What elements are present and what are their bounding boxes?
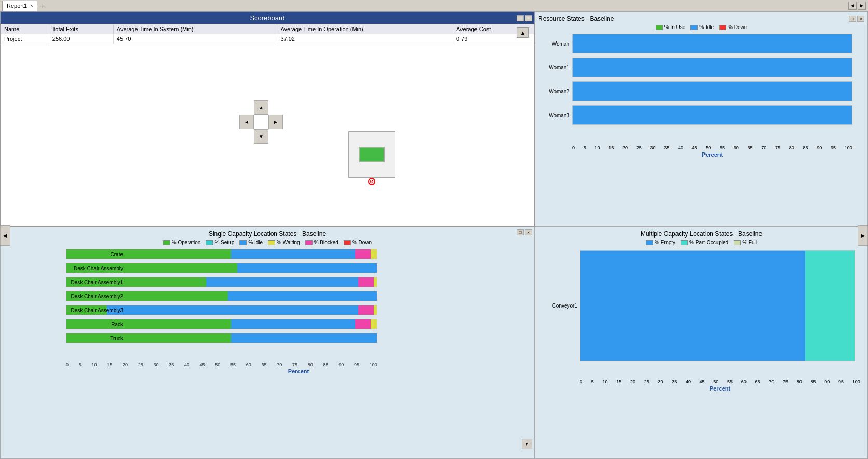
resource-bar-row: Woman xyxy=(572,33,864,54)
axis-label: 5 xyxy=(584,145,586,150)
bar-segment xyxy=(374,305,377,315)
legend-color-box xyxy=(656,25,663,30)
axis-label: 60 xyxy=(734,145,739,150)
legend-color-box xyxy=(690,25,698,30)
table-row: Project256.0045.7037.020.79 xyxy=(1,34,534,44)
right-panel: Resource States - Baseline □ × % In Use%… xyxy=(535,11,868,459)
tab-nav-right[interactable]: ► xyxy=(858,2,866,10)
mc-bars xyxy=(580,250,855,361)
axis-label: 20 xyxy=(630,379,635,384)
chart-bar-label: Truck xyxy=(66,336,126,341)
bar-segment xyxy=(231,249,355,259)
main-content: Scoreboard □ × ▲ Name Total Exits Averag… xyxy=(0,11,868,459)
axis-label: 75 xyxy=(292,362,297,367)
nav-right-button[interactable]: ► xyxy=(268,115,283,129)
axis-label: 10 xyxy=(594,145,600,150)
axis-label: 80 xyxy=(797,379,802,384)
scoreboard-minimize-button[interactable]: □ xyxy=(517,15,524,21)
scoreboard-close-button[interactable]: × xyxy=(525,15,532,21)
bar-segment xyxy=(355,249,371,259)
axis-label: 40 xyxy=(678,145,683,150)
axis-label: 25 xyxy=(636,145,642,150)
add-tab-button[interactable]: + xyxy=(39,2,44,10)
thumbnail-preview xyxy=(359,147,385,162)
nav-down-button[interactable]: ▼ xyxy=(254,129,268,144)
chart-bar-label: Desk Chair Assembly3 xyxy=(66,308,126,313)
legend-color-box xyxy=(206,240,213,245)
axis-label: 95 xyxy=(838,379,844,384)
nav-up-button[interactable]: ▲ xyxy=(254,100,268,115)
legend-color-box xyxy=(344,240,351,245)
axis-label: 25 xyxy=(138,362,143,367)
axis-label: 50 xyxy=(713,379,718,384)
legend-item: % In Use xyxy=(656,24,686,30)
legend-label: % Part Occupied xyxy=(689,240,728,245)
axis-label: 35 xyxy=(672,379,677,384)
tab-label: Report1 xyxy=(7,3,27,9)
axis-label: 100 xyxy=(845,145,852,150)
scroll-down-icon[interactable]: ▼ xyxy=(522,439,532,449)
bar-segment xyxy=(580,251,805,361)
scoreboard-scroll-up[interactable]: ▲ xyxy=(517,27,529,38)
resource-close-button[interactable]: × xyxy=(857,16,864,22)
legend-item: % Down xyxy=(344,240,372,245)
left-scroll-arrow[interactable]: ◄ xyxy=(0,225,10,246)
axis-label: 80 xyxy=(308,362,313,367)
legend-label: % Operation xyxy=(172,240,201,245)
axis-label: 90 xyxy=(817,145,822,150)
axis-label: 65 xyxy=(262,362,267,367)
legend-item: % Idle xyxy=(690,24,714,30)
axis-label: 45 xyxy=(700,379,705,384)
right-scroll-arrow[interactable]: ► xyxy=(858,225,868,246)
axis-label: 10 xyxy=(91,362,97,367)
chart-bar-label: Desk Chair Assembly xyxy=(66,266,126,271)
resource-bar-label: Woman2 xyxy=(538,89,569,94)
axis-label: 85 xyxy=(323,362,328,367)
resource-minimize-button[interactable]: □ xyxy=(849,16,856,22)
mc-legend: % Empty% Part Occupied% Full xyxy=(538,240,864,245)
tab-nav-left[interactable]: ◄ xyxy=(848,2,857,10)
legend-label: % Down xyxy=(352,240,372,245)
axis-label: 70 xyxy=(769,379,774,384)
resource-axis: 0510152025303540455055606570758085909510… xyxy=(572,145,852,150)
axis-label: 70 xyxy=(277,362,282,367)
legend-label: % Blocked xyxy=(314,240,338,245)
legend-label: % Idle xyxy=(699,24,714,30)
nav-left-button[interactable]: ◄ xyxy=(239,115,254,129)
bar-segment xyxy=(107,305,358,315)
single-capacity-minimize-button[interactable]: □ xyxy=(517,229,524,235)
bar-segment xyxy=(573,58,852,77)
resource-bar-label: Woman1 xyxy=(538,65,569,71)
axis-label: 55 xyxy=(727,379,733,384)
legend-label: % In Use xyxy=(664,24,686,30)
bar-segment xyxy=(355,319,371,329)
legend-item: % Empty xyxy=(646,240,675,245)
single-capacity-scroll-down[interactable]: ▼ xyxy=(522,439,532,449)
axis-label: 35 xyxy=(169,362,174,367)
bar-segment xyxy=(237,263,377,273)
legend-item: % Blocked xyxy=(305,240,338,245)
col-avg-time-system: Average Time In System (Min) xyxy=(113,24,277,34)
legend-item: % Down xyxy=(719,24,747,30)
axis-label: 10 xyxy=(602,379,607,384)
bar-segment xyxy=(228,291,377,301)
bar-segment xyxy=(573,106,852,124)
thumbnail-box: ⊘ xyxy=(348,131,395,178)
legend-label: % Setup xyxy=(214,240,234,245)
nav-cross: ▲ ◄ ► ▼ xyxy=(239,100,283,144)
single-capacity-close-button[interactable]: × xyxy=(525,229,532,235)
legend-item: % Operation xyxy=(163,240,201,245)
mc-xlabel: Percent xyxy=(580,385,860,392)
resource-bar-label: Woman xyxy=(538,41,569,47)
resource-states-title: Resource States - Baseline xyxy=(538,15,614,22)
bar-segment xyxy=(573,82,852,101)
axis-label: 30 xyxy=(650,145,655,150)
tab-close-icon[interactable]: × xyxy=(30,3,33,8)
axis-label: 35 xyxy=(664,145,669,150)
legend-label: % Down xyxy=(728,24,747,30)
tab-report1[interactable]: Report1 × xyxy=(2,1,37,11)
col-total-exits: Total Exits xyxy=(49,24,113,34)
axis-label: 95 xyxy=(831,145,836,150)
axis-label: 80 xyxy=(789,145,794,150)
axis-label: 20 xyxy=(123,362,128,367)
